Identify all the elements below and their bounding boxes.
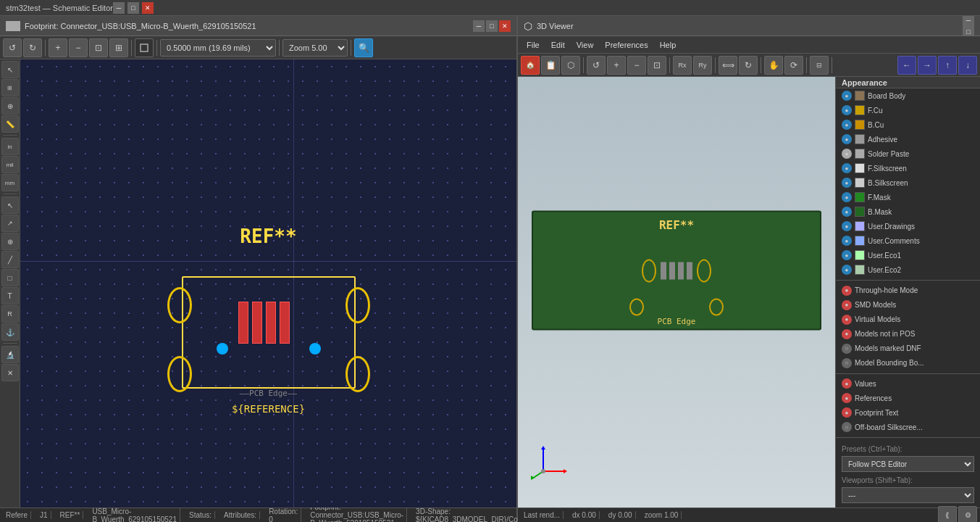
layer-values[interactable]: ● Values bbox=[836, 376, 980, 391]
highlight-tool[interactable]: ⊕ bbox=[1, 97, 19, 115]
mm-unit[interactable]: mm bbox=[1, 174, 19, 191]
layer-references[interactable]: ● References bbox=[836, 391, 980, 405]
layer-bmask[interactable]: ● B.Mask bbox=[836, 204, 980, 219]
layer-notinpos[interactable]: ● Models not in POS bbox=[836, 327, 980, 341]
redo-btn[interactable]: ↻ bbox=[23, 38, 42, 57]
viewer-flip-btn[interactable]: ⟺ bbox=[719, 56, 737, 75]
viewer-copy-btn[interactable]: 📋 bbox=[541, 56, 560, 75]
viewer-rot2-btn[interactable]: ⟳ bbox=[784, 56, 803, 75]
layer-eye-userdraw[interactable]: ● bbox=[842, 221, 852, 231]
fp-close[interactable]: ✕ bbox=[499, 20, 511, 32]
zoom-fit-btn[interactable]: ⊡ bbox=[89, 38, 108, 57]
search-btn[interactable]: 🔍 bbox=[354, 38, 373, 57]
inspect-tool[interactable]: 🔬 bbox=[1, 346, 19, 363]
nav-back[interactable]: ← bbox=[897, 56, 916, 75]
zoom-select[interactable]: Zoom 5.00 bbox=[282, 39, 348, 57]
fp-canvas[interactable]: REF** bbox=[20, 59, 516, 508]
menu-preferences[interactable]: Preferences bbox=[599, 36, 653, 54]
layer-eye-smd[interactable]: ● bbox=[842, 300, 852, 310]
undo-btn[interactable]: ↺ bbox=[3, 38, 22, 57]
layer-footprint-text[interactable]: ● Footprint Text bbox=[836, 405, 980, 420]
close-btn[interactable]: ✕ bbox=[142, 2, 154, 14]
nav-forward[interactable]: → bbox=[918, 56, 937, 75]
presets-select[interactable]: Follow PCB Editor bbox=[842, 456, 974, 472]
viewer-3d-btn[interactable]: ⬡ bbox=[561, 56, 580, 75]
menu-edit[interactable]: Edit bbox=[545, 36, 571, 54]
nav-up[interactable]: ↑ bbox=[938, 56, 957, 75]
ref-tool[interactable]: R bbox=[1, 305, 19, 323]
grab-btn[interactable] bbox=[135, 38, 154, 57]
viewer-refresh-btn[interactable]: ↺ bbox=[587, 56, 606, 75]
layer-usercomment[interactable]: ● User.Comments bbox=[836, 233, 980, 248]
menu-help[interactable]: Help bbox=[654, 36, 682, 54]
viewports-select[interactable]: --- bbox=[842, 487, 974, 503]
layer-bsilk[interactable]: ● B.Silkscreen bbox=[836, 175, 980, 190]
layer-smd[interactable]: ● SMD Models bbox=[836, 298, 980, 312]
viewer-settings-btn[interactable]: ⚙ bbox=[958, 506, 977, 523]
layer-usereco1[interactable]: ● User.Eco1 bbox=[836, 248, 980, 262]
layer-eye-thhole[interactable]: ● bbox=[842, 286, 852, 296]
text-tool[interactable]: T bbox=[1, 287, 19, 304]
draw-rect[interactable]: □ bbox=[1, 269, 19, 286]
fp-minimize[interactable]: ─ bbox=[473, 20, 485, 32]
viewer-rot-btn[interactable]: ↻ bbox=[739, 56, 758, 75]
layer-bounding[interactable]: ○ Model Bounding Bo... bbox=[836, 356, 980, 370]
layer-eye-solderpaste[interactable]: ● bbox=[842, 149, 852, 159]
menu-file[interactable]: File bbox=[521, 36, 545, 54]
layer-eye-usereco1[interactable]: ● bbox=[842, 250, 852, 260]
select-filter[interactable]: ⊞ bbox=[1, 79, 19, 96]
fp-maximize[interactable]: □ bbox=[486, 20, 498, 32]
select-tool[interactable]: ↖ bbox=[1, 61, 19, 78]
viewer-rx-btn[interactable]: Rx bbox=[673, 56, 692, 75]
3d-canvas[interactable]: REF** bbox=[518, 77, 835, 508]
layer-virtual[interactable]: ● Virtual Models bbox=[836, 312, 980, 327]
maximize-btn[interactable]: □ bbox=[127, 2, 139, 14]
route-tool[interactable]: ↗ bbox=[1, 215, 19, 232]
zoom-in-btn[interactable]: + bbox=[49, 38, 67, 57]
pad-tool[interactable]: ⊕ bbox=[1, 233, 19, 250]
layer-usereco2[interactable]: ● User.Eco2 bbox=[836, 262, 980, 277]
layer-eye-offboard[interactable]: ○ bbox=[842, 422, 852, 432]
layer-adhesive[interactable]: ● Adhesive bbox=[836, 132, 980, 146]
layer-eye-usercomment[interactable]: ● bbox=[842, 236, 852, 246]
delete-tool[interactable]: ✕ bbox=[1, 364, 19, 381]
layer-dnf[interactable]: ○ Models marked DNF bbox=[836, 341, 980, 356]
mil-unit[interactable]: mil bbox=[1, 156, 19, 173]
layer-eye-dnf[interactable]: ○ bbox=[842, 344, 852, 354]
pointer-tool[interactable]: ↖ bbox=[1, 196, 19, 214]
measure-tool[interactable]: 📏 bbox=[1, 115, 19, 133]
layer-board-body[interactable]: ● Board Body bbox=[836, 88, 980, 103]
layer-eye-bounding[interactable]: ○ bbox=[842, 358, 852, 368]
layer-eye-fsilk[interactable]: ● bbox=[842, 163, 852, 173]
zoom-out-btn[interactable]: − bbox=[69, 38, 88, 57]
layer-eye-fcu[interactable]: ● bbox=[842, 105, 852, 115]
layer-eye-virtual[interactable]: ● bbox=[842, 315, 852, 325]
layer-eye-board-body[interactable]: ● bbox=[842, 91, 852, 101]
viewer-pan-btn[interactable]: ✋ bbox=[764, 56, 783, 75]
layer-solderpaste[interactable]: ● Solder Paste bbox=[836, 146, 980, 161]
layer-fmask[interactable]: ● F.Mask bbox=[836, 190, 980, 204]
viewer-ry-btn[interactable]: Ry bbox=[693, 56, 712, 75]
menu-view[interactable]: View bbox=[571, 36, 600, 54]
inch-unit[interactable]: in bbox=[1, 138, 19, 155]
layer-fsilk[interactable]: ● F.Silkscreen bbox=[836, 161, 980, 175]
layer-eye-bcu[interactable]: ● bbox=[842, 120, 852, 130]
draw-line[interactable]: ╱ bbox=[1, 251, 19, 268]
layer-eye-values[interactable]: ● bbox=[842, 378, 852, 389]
anchor-tool[interactable]: ⚓ bbox=[1, 323, 19, 341]
viewer-panel-toggle[interactable]: ⟪ bbox=[938, 506, 957, 523]
viewer-minimize[interactable]: ─ bbox=[963, 16, 974, 26]
minimize-btn[interactable]: ─ bbox=[113, 2, 125, 14]
layer-eye-adhesive[interactable]: ● bbox=[842, 134, 852, 144]
layer-bcu[interactable]: ● B.Cu bbox=[836, 117, 980, 132]
layer-eye-usereco2[interactable]: ● bbox=[842, 265, 852, 275]
layer-eye-footprint-text[interactable]: ● bbox=[842, 407, 852, 418]
viewer-ortho-btn[interactable]: ⊟ bbox=[810, 56, 829, 75]
layer-eye-fmask[interactable]: ● bbox=[842, 192, 852, 202]
layer-eye-references[interactable]: ● bbox=[842, 393, 852, 403]
viewer-zout-btn[interactable]: − bbox=[627, 56, 646, 75]
viewer-home-btn[interactable]: 🏠 bbox=[521, 56, 540, 75]
layer-eye-bsilk[interactable]: ● bbox=[842, 178, 852, 188]
layer-userdraw[interactable]: ● User.Drawings bbox=[836, 219, 980, 233]
layer-eye-bmask[interactable]: ● bbox=[842, 207, 852, 217]
